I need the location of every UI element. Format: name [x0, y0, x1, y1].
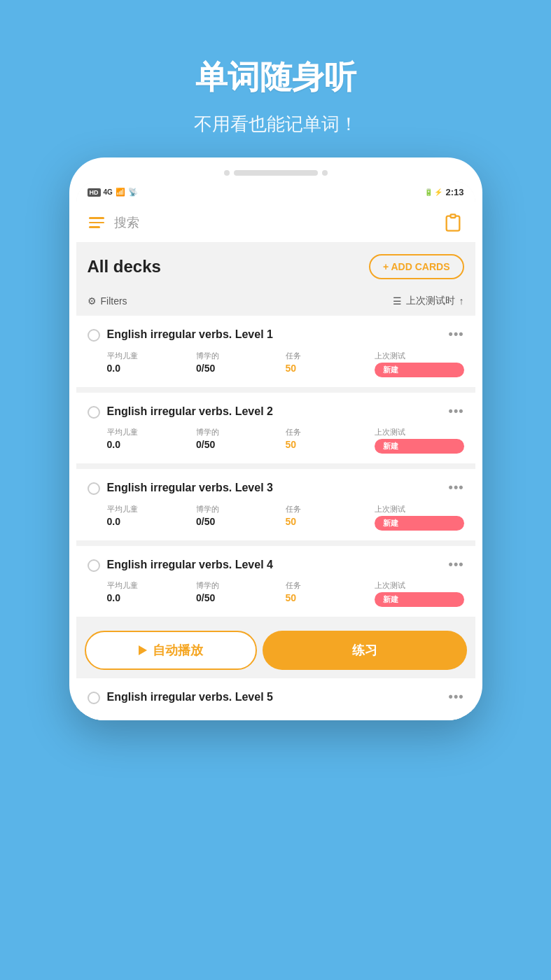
deck-stats-1: 平均儿童 0.0 博学的 0/50 任务 50 上次测试	[107, 351, 464, 377]
status-right: 🔋 ⚡ 2:13	[424, 187, 464, 197]
network-type: 4G	[104, 188, 113, 196]
stat-learned-4: 博学的 0/50	[196, 580, 286, 607]
practice-label: 练习	[352, 642, 377, 659]
bottom-buttons: 自动播放 练习	[76, 622, 475, 678]
stat-lasttest-1: 上次测试 新建	[375, 351, 464, 377]
stat-lasttest-3: 上次测试 新建	[375, 504, 464, 531]
hamburger-menu[interactable]	[89, 217, 104, 228]
hamburger-line-3	[89, 226, 100, 228]
sort-icon: ☰	[393, 295, 402, 307]
deck-stats-3: 平均儿童 0.0 博学的 0/50 任务 50 上次测试	[107, 504, 464, 531]
deck-title-2: English irregular verbs. Level 2	[107, 404, 442, 419]
nav-bar: 搜索	[76, 203, 475, 243]
deck-checkbox-1[interactable]	[88, 329, 100, 342]
phone-mockup: HD 4G 📶 📡 🔋 ⚡ 2:13 搜索	[69, 158, 482, 720]
deck-more-4[interactable]: •••	[449, 557, 464, 572]
deck-checkbox-2[interactable]	[88, 406, 100, 419]
stat-learned-1: 博学的 0/50	[196, 351, 286, 377]
sort-arrow-icon: ↑	[459, 295, 464, 307]
phone-notch	[76, 170, 475, 176]
battery-icon: 🔋	[424, 188, 433, 196]
deck-card-5-partial[interactable]: English irregular verbs. Level 5 •••	[76, 678, 475, 720]
stat-lasttest-2: 上次测试 新建	[375, 427, 464, 454]
deck-more-1[interactable]: •••	[449, 327, 464, 342]
autoplay-button[interactable]: 自动播放	[85, 631, 258, 670]
status-bar: HD 4G 📶 📡 🔋 ⚡ 2:13	[76, 181, 475, 203]
hero-title: 单词随身听	[195, 56, 356, 99]
deck-stats-4: 平均儿童 0.0 博学的 0/50 任务 50 上次测试	[107, 580, 464, 607]
time-display: 2:13	[445, 187, 463, 197]
signal-icon: 📶	[116, 188, 125, 197]
stat-learned-2: 博学的 0/50	[196, 427, 286, 454]
notch-pill	[234, 170, 318, 176]
deck-more-5[interactable]: •••	[449, 690, 464, 704]
stat-lasttest-4: 上次测试 新建	[375, 580, 464, 607]
deck-list: English irregular verbs. Level 1 ••• 平均儿…	[76, 316, 475, 720]
deck-card-2[interactable]: English irregular verbs. Level 2 ••• 平均儿…	[76, 393, 475, 464]
play-icon	[139, 645, 147, 655]
deck-checkbox-4[interactable]	[88, 559, 100, 572]
filters-label: Filters	[101, 295, 127, 307]
notch-dot-right	[322, 170, 328, 176]
deck-title-3: English irregular verbs. Level 3	[107, 480, 442, 496]
practice-button[interactable]: 练习	[263, 631, 466, 670]
stat-task-2: 任务 50	[286, 427, 375, 454]
battery-bolt: ⚡	[434, 188, 442, 196]
stat-task-1: 任务 50	[286, 351, 375, 377]
stat-task-3: 任务 50	[286, 504, 375, 531]
content-area: All decks + ADD CARDS ⚙ Filters ☰ 上次测试时 …	[76, 243, 475, 720]
deck-more-2[interactable]: •••	[449, 404, 464, 419]
stat-task-4: 任务 50	[286, 580, 375, 607]
status-left: HD 4G 📶 📡	[88, 188, 138, 197]
svg-rect-0	[450, 214, 455, 218]
decks-title: All decks	[88, 257, 161, 276]
filter-icon: ⚙	[88, 295, 97, 307]
hamburger-line-2	[89, 222, 104, 224]
decks-header: All decks + ADD CARDS	[76, 243, 475, 289]
sort-label: 上次测试时	[406, 295, 455, 307]
deck-more-3[interactable]: •••	[449, 480, 464, 495]
deck-title-4: English irregular verbs. Level 4	[107, 557, 442, 573]
notch-dot-left	[224, 170, 230, 176]
stat-avg-4: 平均儿童 0.0	[107, 580, 197, 607]
deck-checkbox-5[interactable]	[88, 692, 100, 704]
stat-avg-1: 平均儿童 0.0	[107, 351, 197, 377]
hero-subtitle: 不用看也能记单词！	[194, 112, 358, 136]
deck-title-5: English irregular verbs. Level 5	[107, 690, 442, 705]
deck-card-4[interactable]: English irregular verbs. Level 4 ••• 平均儿…	[76, 546, 475, 617]
wifi-icon: 📡	[128, 188, 138, 197]
deck-card-1[interactable]: English irregular verbs. Level 1 ••• 平均儿…	[76, 316, 475, 387]
stat-learned-3: 博学的 0/50	[196, 504, 286, 531]
filters-bar: ⚙ Filters ☰ 上次测试时 ↑	[76, 289, 475, 316]
search-label[interactable]: 搜索	[114, 214, 443, 231]
hamburger-line-1	[89, 217, 104, 219]
add-cards-button[interactable]: + ADD CARDS	[369, 254, 464, 279]
deck-checkbox-3[interactable]	[88, 482, 100, 495]
phone-screen: HD 4G 📶 📡 🔋 ⚡ 2:13 搜索	[76, 181, 475, 720]
clipboard-icon[interactable]	[443, 213, 463, 232]
battery-indicator: 🔋 ⚡	[424, 188, 443, 196]
hd-badge: HD	[88, 188, 101, 197]
deck-card-3[interactable]: English irregular verbs. Level 3 ••• 平均儿…	[76, 469, 475, 540]
stat-avg-2: 平均儿童 0.0	[107, 427, 197, 454]
deck-stats-2: 平均儿童 0.0 博学的 0/50 任务 50 上次测试	[107, 427, 464, 454]
sort-control[interactable]: ☰ 上次测试时 ↑	[393, 295, 464, 307]
autoplay-label: 自动播放	[153, 642, 203, 659]
hero-section: 单词随身听 不用看也能记单词！	[0, 0, 551, 158]
filters-left[interactable]: ⚙ Filters	[88, 295, 127, 307]
deck-title-1: English irregular verbs. Level 1	[107, 327, 442, 342]
stat-avg-3: 平均儿童 0.0	[107, 504, 197, 531]
